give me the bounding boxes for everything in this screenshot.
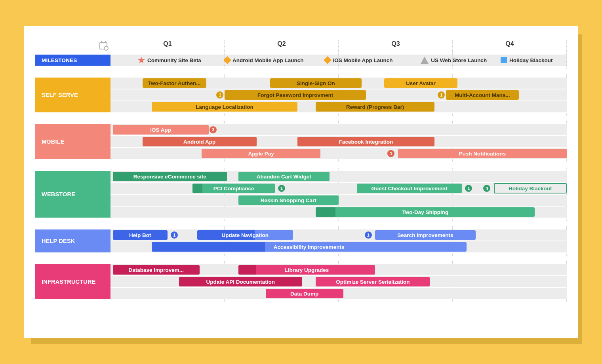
- track-row: Reskin Shopping Cart: [110, 195, 567, 206]
- task-bar[interactable]: Library Upgrades: [238, 265, 375, 275]
- task-label: Search Improvements: [397, 232, 453, 238]
- task-bar[interactable]: Responsive eCommerce site: [113, 172, 227, 181]
- task-progress-split: [192, 184, 202, 193]
- task-label: Help Bot: [129, 232, 151, 238]
- dependency-badge[interactable]: 1: [465, 185, 472, 192]
- milestone-item[interactable]: iOS Mobile App Launch: [325, 57, 392, 63]
- task-bar[interactable]: Reward (Progress Bar): [316, 102, 434, 112]
- track-row: iOS App3: [110, 124, 567, 135]
- track-row: Responsive eCommerce siteAbandon Cart Wi…: [110, 171, 567, 182]
- track-row: Two-Factor Authen...Single-Sign OnUser A…: [110, 78, 567, 89]
- task-progress-split: [152, 242, 265, 252]
- dependency-badge[interactable]: 1: [278, 185, 285, 192]
- roadmap-panel: Q1Q2Q3Q4MILESTONES★Community Site BetaAn…: [24, 26, 578, 338]
- task-label: Optimize Server Serialization: [336, 279, 410, 285]
- task-bar[interactable]: Update Navigation: [197, 230, 293, 240]
- task-label: Accessibility Improvements: [274, 244, 345, 250]
- task-label: Language Localization: [196, 104, 253, 110]
- lane-tracks-infra: Database Improvem...Library UpgradesUpda…: [110, 264, 567, 299]
- track-row: Apple Pay1Push Notifications: [110, 148, 567, 159]
- task-label: Forgot Password Improvment: [257, 92, 333, 98]
- track-row: Accessibility Improvements: [110, 241, 567, 252]
- milestone-label: Holiday Blackout: [509, 57, 553, 63]
- milestone-label: Android Mobile App Launch: [232, 57, 303, 63]
- task-bar[interactable]: Guest Checkout Improvement: [357, 184, 462, 193]
- task-bar[interactable]: Single-Sign On: [270, 78, 361, 88]
- dependency-badge[interactable]: 4: [483, 185, 490, 192]
- task-bar[interactable]: iOS App: [113, 125, 209, 135]
- quarter-label: Q1: [163, 40, 171, 47]
- warning-icon: [421, 57, 429, 64]
- milestones-row: ★Community Site BetaAndroid Mobile App L…: [110, 55, 567, 66]
- task-bar[interactable]: User Avatar: [384, 78, 457, 88]
- task-bar[interactable]: Update API Documentation: [179, 277, 302, 286]
- task-bar[interactable]: Reskin Shopping Cart: [238, 195, 339, 205]
- dependency-badge[interactable]: 1: [216, 91, 223, 99]
- task-label: iOS App: [150, 127, 171, 133]
- milestone-label: iOS Mobile App Launch: [333, 57, 392, 63]
- lane-label-self: SELF SERVE: [35, 78, 110, 112]
- task-bar[interactable]: Facebook Integration: [297, 137, 434, 146]
- track-row: Android AppFacebook Integration: [110, 136, 567, 147]
- task-label: User Avatar: [406, 80, 436, 86]
- dependency-badge[interactable]: 3: [210, 126, 217, 133]
- track-row: Language LocalizationReward (Progress Ba…: [110, 101, 567, 112]
- task-bar[interactable]: Two-Day Shipping: [316, 207, 535, 217]
- lane-label-infra: INFRASTRUCTURE: [35, 264, 110, 299]
- task-label: Abandon Cart Widget: [257, 174, 311, 180]
- task-bar[interactable]: Database Improvem...: [113, 265, 200, 275]
- task-bar[interactable]: Apple Pay: [202, 149, 320, 158]
- track-row: 1Forgot Password Improvment1Multi-Accoun…: [110, 89, 567, 100]
- task-label: Push Notifications: [459, 151, 506, 157]
- task-bar[interactable]: Forgot Password Improvment: [225, 90, 366, 100]
- lane-tracks-web: Responsive eCommerce siteAbandon Cart Wi…: [110, 171, 567, 218]
- task-progress-split: [316, 207, 335, 217]
- milestone-item[interactable]: Holiday Blackout: [501, 57, 553, 63]
- task-bar[interactable]: Help Bot: [113, 230, 168, 240]
- milestone-item[interactable]: US Web Store Launch: [421, 57, 487, 64]
- task-bar[interactable]: Search Improvements: [375, 230, 475, 240]
- lane-label-web: WEBSTORE: [35, 171, 110, 218]
- lane-tracks-self: Two-Factor Authen...Single-Sign OnUser A…: [110, 78, 567, 112]
- task-label: PCI Compliance: [213, 186, 254, 191]
- task-label: Data Dump: [290, 291, 318, 297]
- lane-label-milestones: MILESTONES: [35, 55, 110, 66]
- task-label: Single-Sign On: [297, 80, 335, 86]
- milestone-item[interactable]: Android Mobile App Launch: [225, 57, 303, 63]
- dependency-badge[interactable]: 1: [365, 231, 372, 239]
- dependency-badge[interactable]: 1: [387, 150, 394, 157]
- task-label: Android App: [183, 139, 215, 145]
- task-label: Database Improvem...: [128, 267, 184, 273]
- header-gap: [35, 40, 110, 51]
- dependency-badge[interactable]: 1: [438, 91, 445, 99]
- quarter-label: Q2: [277, 40, 286, 47]
- task-bar[interactable]: Android App: [143, 137, 257, 146]
- task-bar[interactable]: Accessibility Improvements: [152, 242, 467, 252]
- track-row: PCI Compliance1Guest Checkout Improvemen…: [110, 183, 567, 194]
- milestone-label: Community Site Beta: [147, 57, 201, 63]
- task-bar[interactable]: Two-Factor Authen...: [143, 78, 206, 88]
- star-icon: ★: [138, 55, 145, 65]
- milestone-label: US Web Store Launch: [431, 57, 487, 63]
- task-bar[interactable]: Multi-Account Mana...: [446, 90, 519, 100]
- task-label: Reskin Shopping Cart: [261, 197, 316, 203]
- task-label: Responsive eCommerce site: [133, 174, 206, 180]
- task-bar[interactable]: Push Notifications: [398, 149, 567, 158]
- track-row: Update API DocumentationOptimize Server …: [110, 276, 567, 287]
- task-label: Facebook Integration: [339, 139, 393, 145]
- dependency-badge[interactable]: 1: [171, 231, 178, 239]
- task-progress-split: [238, 265, 256, 275]
- calendar-settings-icon[interactable]: [99, 42, 107, 49]
- lane-label-help: HELP DESK: [35, 229, 110, 252]
- task-bar[interactable]: Data Dump: [266, 289, 343, 298]
- task-bar[interactable]: PCI Compliance: [192, 184, 274, 193]
- task-bar-outline[interactable]: Holiday Blackout: [494, 183, 567, 193]
- task-bar[interactable]: Language Localization: [152, 102, 298, 112]
- task-bar[interactable]: Abandon Cart Widget: [238, 172, 330, 181]
- quarter-label: Q3: [391, 40, 400, 47]
- task-label: Update API Documentation: [206, 279, 275, 285]
- task-bar[interactable]: Optimize Server Serialization: [316, 277, 430, 286]
- square-icon: [501, 57, 507, 63]
- task-label: Apple Pay: [248, 151, 274, 157]
- milestone-item[interactable]: ★Community Site Beta: [138, 55, 201, 65]
